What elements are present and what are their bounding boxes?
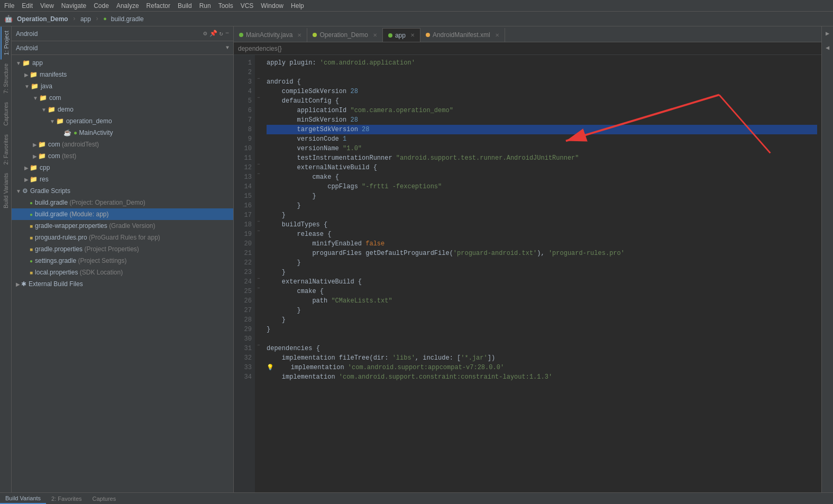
code-line[interactable]: cmake { bbox=[267, 172, 817, 182]
bottom-tab-favorites[interactable]: 2: Favorites bbox=[46, 493, 87, 504]
close-icon[interactable]: ✕ bbox=[297, 32, 301, 38]
tree-item-build-gradle-project[interactable]: ▶ ● build.gradle (Project: Operation_Dem… bbox=[12, 197, 233, 208]
menu-file[interactable]: File bbox=[4, 2, 14, 10]
code-line[interactable] bbox=[267, 68, 817, 77]
tab-operation-demo[interactable]: Operation_Demo ✕ bbox=[307, 28, 382, 42]
code-line[interactable]: buildTypes { bbox=[267, 220, 817, 230]
code-line[interactable]: release { bbox=[267, 230, 817, 239]
sidebar-tab-build-variants[interactable]: Build Variants bbox=[1, 169, 11, 213]
code-line[interactable]: } bbox=[267, 191, 817, 201]
code-line[interactable]: defaultConfig { bbox=[267, 96, 817, 106]
code-line[interactable]: cmake { bbox=[267, 287, 817, 296]
code-line[interactable]: 💡 implementation 'com.android.support:ap… bbox=[267, 363, 817, 372]
code-line[interactable]: } bbox=[267, 258, 817, 268]
fold-marker[interactable]: − bbox=[255, 274, 262, 283]
pin-icon[interactable]: 📌 bbox=[209, 30, 217, 38]
code-line[interactable]: targetSdkVersion 28 bbox=[267, 125, 817, 134]
menu-code[interactable]: Code bbox=[94, 2, 109, 10]
right-sidebar-icon-2[interactable]: ◀ bbox=[822, 41, 832, 55]
menu-navigate[interactable]: Navigate bbox=[61, 2, 86, 10]
tree-item-gradle-scripts[interactable]: ▼ ⚙ Gradle Scripts bbox=[12, 185, 233, 197]
tree-item-operation-demo[interactable]: ▼ 📁 operation_demo bbox=[12, 115, 233, 127]
code-line[interactable]: implementation fileTree(dir: 'libs', inc… bbox=[267, 353, 817, 363]
code-line[interactable] bbox=[267, 334, 817, 344]
menu-help[interactable]: Help bbox=[291, 2, 304, 10]
code-line[interactable]: } bbox=[267, 210, 817, 220]
tree-item-proguard[interactable]: ▶ ■ proguard-rules.pro (ProGuard Rules f… bbox=[12, 232, 233, 243]
menu-run[interactable]: Run bbox=[199, 2, 211, 10]
bottom-tab-captures[interactable]: Captures bbox=[87, 493, 122, 504]
code-editor[interactable]: 1234567891011121314151617181920212223242… bbox=[234, 55, 821, 492]
tree-item-local-properties[interactable]: ▶ ■ local.properties (SDK Location) bbox=[12, 267, 233, 278]
tree-item-build-gradle-module[interactable]: ▶ ● build.gradle (Module: app) bbox=[12, 208, 233, 220]
code-line[interactable]: } bbox=[267, 315, 817, 325]
fold-marker[interactable]: − bbox=[255, 226, 262, 236]
tree-item-manifests[interactable]: ▶ 📁 manifests bbox=[12, 69, 233, 80]
menu-refactor[interactable]: Refactor bbox=[147, 2, 170, 10]
tree-item-gradle-properties[interactable]: ▶ ■ gradle.properties (Project Propertie… bbox=[12, 243, 233, 255]
fold-marker[interactable]: − bbox=[255, 169, 262, 179]
tree-item-app[interactable]: ▼ 📁 app bbox=[12, 57, 233, 69]
right-sidebar-icon-1[interactable]: ▶ bbox=[822, 26, 832, 41]
menu-window[interactable]: Window bbox=[261, 2, 283, 10]
code-line[interactable]: versionName "1.0" bbox=[267, 144, 817, 153]
menu-tools[interactable]: Tools bbox=[218, 2, 233, 10]
fold-marker[interactable]: − bbox=[255, 160, 262, 169]
collapse-icon[interactable]: − bbox=[225, 30, 229, 38]
close-icon[interactable]: ✕ bbox=[410, 32, 415, 38]
tree-item-com[interactable]: ▼ 📁 com bbox=[12, 92, 233, 104]
code-line[interactable]: cppFlags "-frtti -fexceptions" bbox=[267, 182, 817, 191]
tree-item-com-androidtest[interactable]: ▶ 📁 com (androidTest) bbox=[12, 139, 233, 150]
tree-item-cpp[interactable]: ▶ 📁 cpp bbox=[12, 162, 233, 173]
code-line[interactable]: path "CMakeLists.txt" bbox=[267, 296, 817, 306]
tree-item-gradle-wrapper[interactable]: ▶ ■ gradle-wrapper.properties (Gradle Ve… bbox=[12, 220, 233, 232]
fold-marker[interactable]: − bbox=[255, 341, 262, 350]
android-dropdown[interactable]: Android ▼ bbox=[12, 41, 233, 55]
code-line[interactable]: dependencies { bbox=[267, 344, 817, 353]
code-line[interactable]: } bbox=[267, 306, 817, 315]
fold-marker[interactable]: − bbox=[255, 217, 262, 226]
menu-build[interactable]: Build bbox=[178, 2, 192, 10]
close-icon[interactable]: ✕ bbox=[495, 32, 499, 38]
code-line[interactable]: proguardFiles getDefaultProguardFile('pr… bbox=[267, 249, 817, 258]
code-line[interactable]: externalNativeBuild { bbox=[267, 277, 817, 287]
fold-marker[interactable]: − bbox=[255, 74, 262, 84]
code-line[interactable]: } bbox=[267, 201, 817, 210]
menu-edit[interactable]: Edit bbox=[22, 2, 33, 10]
code-line[interactable]: testInstrumentationRunner "android.suppo… bbox=[267, 153, 817, 163]
bottom-tab-build-variants[interactable]: Build Variants bbox=[0, 493, 46, 504]
sidebar-tab-favorites[interactable]: 2: Favorites bbox=[1, 130, 11, 169]
code-line[interactable]: minSdkVersion 28 bbox=[267, 115, 817, 125]
menu-vcs[interactable]: VCS bbox=[241, 2, 254, 10]
code-line[interactable]: minifyEnabled false bbox=[267, 239, 817, 249]
tree-item-settings-gradle[interactable]: ▶ ● settings.gradle (Project Settings) bbox=[12, 255, 233, 267]
code-line[interactable]: android { bbox=[267, 77, 817, 87]
sidebar-tab-project[interactable]: 1: Project bbox=[1, 26, 11, 59]
code-line[interactable]: compileSdkVersion 28 bbox=[267, 87, 817, 96]
sidebar-tab-structure[interactable]: 7: Structure bbox=[1, 59, 11, 98]
sync-icon[interactable]: ↻ bbox=[219, 30, 223, 38]
fold-marker[interactable]: − bbox=[255, 283, 262, 293]
tab-mainactivity[interactable]: MainActivity.java ✕ bbox=[234, 28, 307, 42]
menu-view[interactable]: View bbox=[40, 2, 54, 10]
code-content[interactable]: apply plugin: 'com.android.application' … bbox=[262, 55, 821, 492]
menu-analyze[interactable]: Analyze bbox=[116, 2, 139, 10]
code-line[interactable]: apply plugin: 'com.android.application' bbox=[267, 58, 817, 68]
close-icon[interactable]: ✕ bbox=[373, 32, 377, 38]
code-line[interactable]: applicationId "com.camera.operation_demo… bbox=[267, 106, 817, 115]
tree-item-demo[interactable]: ▼ 📁 demo bbox=[12, 104, 233, 115]
tab-app[interactable]: app ✕ bbox=[383, 28, 420, 42]
code-line[interactable]: versionCode 1 bbox=[267, 134, 817, 144]
tree-item-external-build[interactable]: ▶ ✱ External Build Files bbox=[12, 278, 233, 290]
tree-item-res[interactable]: ▶ 📁 res bbox=[12, 173, 233, 185]
code-line[interactable]: implementation 'com.android.support.cons… bbox=[267, 372, 817, 382]
tree-item-com-test[interactable]: ▶ 📁 com (test) bbox=[12, 150, 233, 162]
code-line[interactable]: externalNativeBuild { bbox=[267, 163, 817, 172]
fold-marker[interactable]: − bbox=[255, 93, 262, 103]
code-line[interactable]: } bbox=[267, 325, 817, 334]
tree-item-mainactivity[interactable]: ▶ ☕ ● MainActivity bbox=[12, 127, 233, 139]
tree-item-java[interactable]: ▼ 📁 java bbox=[12, 80, 233, 92]
settings-icon[interactable]: ⚙ bbox=[203, 30, 207, 38]
code-line[interactable]: } bbox=[267, 268, 817, 277]
sidebar-tab-captures[interactable]: Captures bbox=[1, 98, 11, 130]
